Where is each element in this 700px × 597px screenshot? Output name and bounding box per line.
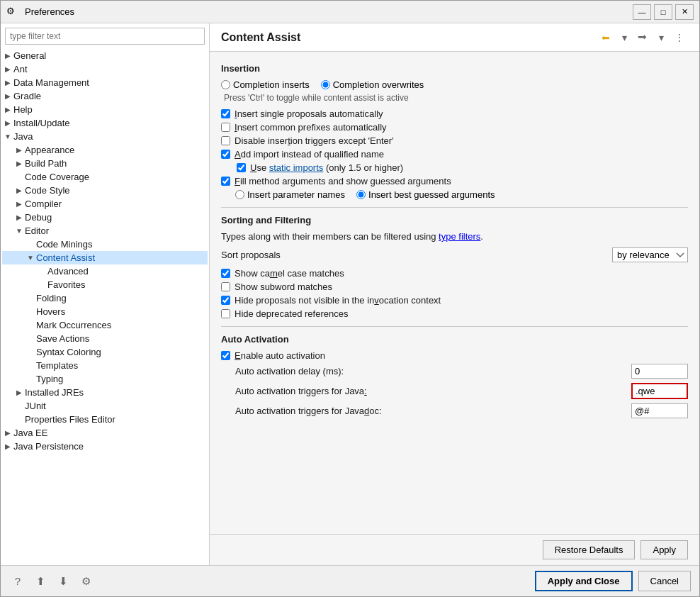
fill-method-input[interactable] [221, 177, 230, 186]
show-camel-checkbox[interactable]: Show camel case matches [221, 268, 688, 279]
sidebar-item-general[interactable]: ▶General [2, 49, 208, 62]
tree-label-java: Java [13, 131, 33, 142]
disable-insertion-checkbox[interactable]: Disable insertion triggers except 'Enter… [221, 135, 688, 146]
tree-arrow-code-style: ▶ [13, 186, 25, 194]
apply-and-close-button[interactable]: Apply and Close [535, 571, 633, 591]
insert-common-label: Insert common prefixes automatically [235, 122, 387, 133]
add-import-checkbox[interactable]: Add import instead of qualified name [221, 149, 688, 160]
enable-auto-activation-input[interactable] [221, 351, 230, 360]
fill-method-checkbox[interactable]: Fill method arguments and show guessed a… [221, 176, 688, 186]
sidebar-item-code-minings[interactable]: Code Minings [2, 238, 208, 251]
restore-defaults-button[interactable]: Restore Defaults [543, 540, 636, 559]
sidebar-item-favorites[interactable]: Favorites [2, 278, 208, 291]
completion-inserts-radio[interactable]: Completion inserts [221, 79, 310, 90]
settings-icon[interactable]: ⚙ [77, 573, 94, 590]
sidebar-item-gradle[interactable]: ▶Gradle [2, 89, 208, 103]
hide-deprecated-input[interactable] [221, 309, 230, 318]
use-static-checkbox[interactable]: Use static imports (only 1.5 or higher) [221, 162, 688, 173]
cancel-button[interactable]: Cancel [638, 571, 691, 591]
tree-arrow-appearance: ▶ [13, 146, 25, 154]
maximize-button[interactable]: □ [654, 4, 672, 20]
forward-dropdown-icon-button[interactable]: ▾ [653, 29, 670, 46]
insertion-divider [221, 207, 688, 208]
show-subword-checkbox[interactable]: Show subword matches [221, 281, 688, 292]
export-icon[interactable]: ⬆ [32, 573, 49, 590]
help-icon[interactable]: ? [9, 573, 26, 590]
type-filters-link[interactable]: type filters [439, 231, 480, 242]
sidebar-item-ant[interactable]: ▶Ant [2, 62, 208, 76]
insert-single-checkbox[interactable]: Insert single proposals automatically [221, 108, 688, 119]
javadoc-triggers-input[interactable] [631, 403, 688, 418]
sorting-desc-period: . [480, 231, 483, 242]
tree-arrow-java: ▼ [2, 133, 13, 140]
sidebar-item-code-style[interactable]: ▶Code Style [2, 184, 208, 197]
sidebar-item-java-persistence[interactable]: ▶Java Persistence [2, 440, 208, 453]
import-icon[interactable]: ⬇ [55, 573, 72, 590]
sidebar-item-folding[interactable]: Folding [2, 291, 208, 305]
sidebar-item-junit[interactable]: JUnit [2, 399, 208, 413]
sidebar-item-java[interactable]: ▼Java [2, 130, 208, 143]
sidebar-item-syntax-coloring[interactable]: Syntax Coloring [2, 345, 208, 359]
insert-common-checkbox[interactable]: Insert common prefixes automatically [221, 122, 688, 133]
tree-arrow-install-update: ▶ [2, 119, 13, 127]
minimize-button[interactable]: — [633, 4, 651, 20]
enable-auto-activation-checkbox[interactable]: Enable auto activation [221, 350, 688, 361]
sidebar-item-debug[interactable]: ▶Debug [2, 211, 208, 224]
tree-label-gradle: Gradle [13, 91, 41, 101]
panel-footer: Restore Defaults Apply [210, 534, 699, 565]
insert-best-input[interactable] [356, 190, 366, 199]
dropdown-icon-button[interactable]: ▾ [616, 29, 633, 46]
sidebar-item-mark-occurrences[interactable]: Mark Occurrences [2, 318, 208, 332]
show-subword-input[interactable] [221, 282, 230, 291]
hide-deprecated-checkbox[interactable]: Hide deprecated references [221, 308, 688, 319]
hide-proposals-label: Hide proposals not visible in the invoca… [235, 295, 441, 306]
sidebar-item-installed-jres[interactable]: ▶Installed JREs [2, 386, 208, 399]
completion-overwrites-radio[interactable]: Completion overwrites [321, 79, 424, 90]
sidebar-item-build-path[interactable]: ▶Build Path [2, 157, 208, 170]
sidebar-item-content-assist[interactable]: ▼Content Assist [2, 251, 208, 264]
hide-proposals-checkbox[interactable]: Hide proposals not visible in the invoca… [221, 295, 688, 306]
sidebar-item-hovers[interactable]: Hovers [2, 305, 208, 318]
back-icon-button[interactable]: ⬅ [597, 29, 614, 46]
sidebar-item-compiler[interactable]: ▶Compiler [2, 197, 208, 211]
sidebar-item-advanced[interactable]: Advanced [2, 264, 208, 278]
apply-button[interactable]: Apply [640, 540, 688, 559]
sidebar-item-typing[interactable]: Typing [2, 372, 208, 386]
sidebar-item-save-actions[interactable]: Save Actions [2, 332, 208, 345]
sidebar-item-appearance[interactable]: ▶Appearance [2, 143, 208, 157]
tree-arrow-data-management: ▶ [2, 79, 13, 87]
sidebar-item-install-update[interactable]: ▶Install/Update [2, 116, 208, 130]
close-button[interactable]: ✕ [675, 4, 694, 20]
insert-param-radio[interactable]: Insert parameter names [235, 189, 345, 200]
use-static-input[interactable] [237, 163, 246, 172]
add-import-input[interactable] [221, 150, 230, 159]
tree-label-ant: Ant [13, 64, 28, 74]
insert-single-input[interactable] [221, 109, 230, 118]
sidebar-item-data-management[interactable]: ▶Data Management [2, 76, 208, 89]
filter-input[interactable] [5, 28, 205, 45]
static-imports-link[interactable]: static imports [269, 162, 324, 173]
sidebar-item-properties-files-editor[interactable]: Properties Files Editor [2, 413, 208, 426]
sidebar-item-java-ee[interactable]: ▶Java EE [2, 426, 208, 440]
disable-insertion-input[interactable] [221, 136, 230, 145]
show-camel-input[interactable] [221, 269, 230, 278]
insertion-title: Insertion [221, 63, 688, 74]
auto-activation-title: Auto Activation [221, 334, 688, 345]
insert-param-input[interactable] [235, 190, 244, 199]
java-triggers-input[interactable] [631, 383, 688, 399]
insert-common-input[interactable] [221, 123, 230, 132]
delay-input[interactable] [631, 364, 688, 379]
more-icon-button[interactable]: ⋮ [671, 29, 688, 46]
sort-proposals-select[interactable]: by relevance alphabetically [612, 247, 688, 262]
forward-icon-button[interactable]: ⮕ [634, 29, 651, 46]
sidebar-item-templates[interactable]: Templates [2, 359, 208, 372]
insert-best-radio[interactable]: Insert best guessed arguments [356, 189, 495, 200]
sidebar-item-help[interactable]: ▶Help [2, 103, 208, 116]
sidebar-item-editor[interactable]: ▼Editor [2, 224, 208, 238]
tree-label-editor: Editor [25, 225, 49, 236]
completion-inserts-input[interactable] [221, 80, 230, 89]
hide-proposals-input[interactable] [221, 296, 230, 305]
completion-overwrites-input[interactable] [321, 80, 330, 89]
sidebar: ▶General▶Ant▶Data Management▶Gradle▶Help… [1, 23, 210, 565]
sidebar-item-code-coverage[interactable]: Code Coverage [2, 170, 208, 184]
